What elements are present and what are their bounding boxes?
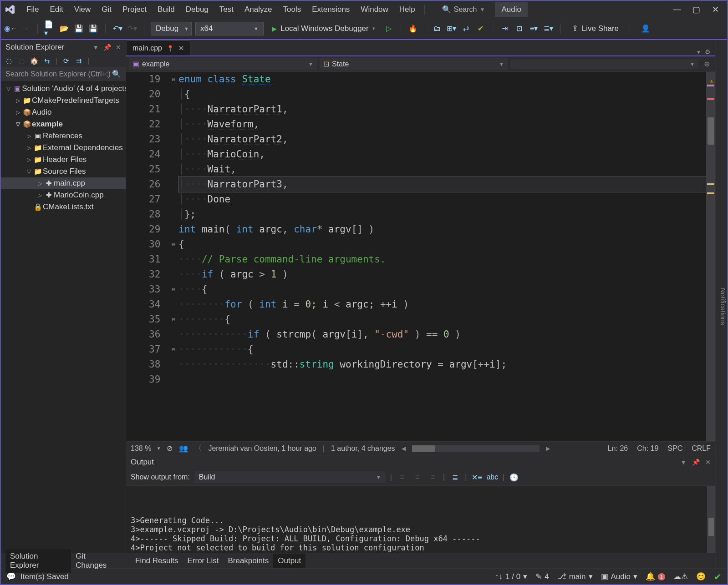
menu-file[interactable]: File xyxy=(21,3,44,16)
tree-item[interactable]: ▷✚main.cpp xyxy=(1,177,126,189)
tree-item[interactable]: ▷▣References xyxy=(1,130,126,142)
expander-icon[interactable]: ▷ xyxy=(25,133,33,139)
code-editor[interactable]: 1920212223242526272829303132333435363738… xyxy=(126,72,715,441)
indent-r-icon[interactable]: ≡ xyxy=(428,472,438,483)
nav-back-icon[interactable]: ◉← xyxy=(5,23,16,34)
comment-icon[interactable]: ≣▾ xyxy=(543,23,554,34)
editor-tab-main[interactable]: main.cpp 📍 ✕ xyxy=(127,40,190,55)
enc-label[interactable]: SPC xyxy=(667,444,682,453)
home-icon[interactable]: 🏠 xyxy=(30,57,38,65)
bottom-tab[interactable]: Output xyxy=(273,554,305,568)
member-combo[interactable]: ⊡State▼ xyxy=(320,58,508,70)
indent-l-icon[interactable]: ≡ xyxy=(397,472,407,483)
function-combo[interactable]: ▼ xyxy=(510,60,698,69)
pin-icon[interactable]: 📌 xyxy=(692,459,700,466)
build-ok-icon[interactable]: ✔ xyxy=(714,571,722,582)
bottom-tab[interactable]: Find Results xyxy=(131,554,183,568)
tree-item[interactable]: ▷📦Audio xyxy=(1,106,126,118)
menu-debug[interactable]: Debug xyxy=(180,3,214,16)
menu-test[interactable]: Test xyxy=(214,3,239,16)
expander-icon[interactable]: ▷ xyxy=(14,97,22,104)
save-all-icon[interactable]: 💾 xyxy=(88,23,99,34)
dropdown-icon[interactable]: ▾ xyxy=(697,48,700,55)
live-share-button[interactable]: ⇪ Live Share xyxy=(567,22,623,35)
vertical-scrollbar[interactable]: ⚠ xyxy=(706,72,715,441)
indent-icon[interactable]: ≡▾ xyxy=(529,23,540,34)
new-item-icon[interactable]: 📄▾ xyxy=(44,23,55,34)
config-select[interactable]: Debug▼ xyxy=(151,22,192,35)
bottom-tab[interactable]: Solution Explorer xyxy=(5,549,71,573)
dropdown-icon[interactable]: ▼ xyxy=(92,44,99,51)
refresh-icon[interactable]: ⟳ xyxy=(62,57,70,65)
menu-project[interactable]: Project xyxy=(117,3,152,16)
author-label[interactable]: Jeremiah van Oosten, 1 hour ago xyxy=(208,444,316,453)
tree-item[interactable]: ▽📁Source Files xyxy=(1,166,126,177)
hnext-icon[interactable]: ▶ xyxy=(546,445,550,452)
bottom-tab[interactable]: Error List xyxy=(183,554,223,568)
menu-git[interactable]: Git xyxy=(96,3,117,16)
redo-icon[interactable]: ↷▾ xyxy=(127,23,137,34)
menu-extensions[interactable]: Extensions xyxy=(306,3,355,16)
check-icon[interactable]: ✔ xyxy=(475,23,486,34)
menu-analyze[interactable]: Analyze xyxy=(239,3,277,16)
hot-reload-icon[interactable]: 🔥 xyxy=(407,23,418,34)
expander-icon[interactable]: ▷ xyxy=(25,156,33,163)
back-icon[interactable]: ◌ xyxy=(5,57,13,65)
menu-tools[interactable]: Tools xyxy=(278,3,307,16)
vertical-scrollbar[interactable] xyxy=(707,486,715,560)
solution-tree[interactable]: ▽ ▣ Solution 'Audio' (4 of 4 projects) ▷… xyxy=(1,81,126,560)
sync-icon[interactable]: ⇄ xyxy=(461,23,472,34)
word-wrap-icon[interactable]: abc xyxy=(487,472,498,483)
dropdown-icon[interactable]: ▼ xyxy=(680,459,687,466)
branch-status[interactable]: ⎇ main ▾ xyxy=(557,572,593,581)
authors-label[interactable]: 1 author, 4 changes xyxy=(331,444,395,453)
h-scroll[interactable] xyxy=(412,445,540,452)
menu-edit[interactable]: Edit xyxy=(44,3,68,16)
browse-icon[interactable]: 🗂 xyxy=(432,23,443,34)
expander-icon[interactable]: ▷ xyxy=(25,145,33,151)
step-into-icon[interactable]: ⇥ xyxy=(499,23,510,34)
zoom-chev-icon[interactable]: ▾ xyxy=(158,445,160,451)
hprev-icon[interactable]: ◀ xyxy=(402,445,406,452)
step-over-icon[interactable]: ⊡ xyxy=(514,23,525,34)
output-source-select[interactable]: Build▼ xyxy=(194,471,386,483)
col-label[interactable]: Ch: 19 xyxy=(637,444,658,453)
cloud-status[interactable]: ☁⚠ xyxy=(673,572,688,581)
expander-icon[interactable]: ▷ xyxy=(14,109,22,116)
save-icon[interactable]: 💾 xyxy=(73,23,84,34)
menu-window[interactable]: Window xyxy=(355,3,393,16)
menu-view[interactable]: View xyxy=(69,3,97,16)
pin-icon[interactable]: 📍 xyxy=(167,45,174,52)
tree-item[interactable]: 🔒CMakeLists.txt xyxy=(1,201,126,213)
search-solution-input[interactable]: Search Solution Explorer (Ctrl+;) 🔍 xyxy=(1,67,126,81)
bottom-tab[interactable]: Breakpoints xyxy=(223,554,273,568)
indent-c-icon[interactable]: ≡ xyxy=(412,472,423,483)
start-debug-button[interactable]: ▶ Local Windows Debugger ▾ xyxy=(267,22,380,35)
close-button[interactable]: ✕ xyxy=(711,5,720,15)
users-icon[interactable]: 👥 xyxy=(179,444,188,453)
menu-build[interactable]: Build xyxy=(152,3,180,16)
expander-icon[interactable]: ▽ xyxy=(14,121,22,127)
fold-gutter[interactable]: ⊟⊟⊟⊟⊟ xyxy=(168,72,178,441)
sync-tree-icon[interactable]: ⇆ xyxy=(43,57,51,65)
output-body[interactable]: 3>Generating Code...3>example.vcxproj ->… xyxy=(126,486,715,560)
tree-item[interactable]: ▷📁CMakePredefinedTargets xyxy=(1,95,126,106)
close-icon[interactable]: ✕ xyxy=(705,459,711,466)
expander-icon[interactable]: ▷ xyxy=(36,192,44,198)
pin-icon[interactable]: 📌 xyxy=(103,44,111,51)
expander-icon[interactable]: ▽ xyxy=(5,86,12,92)
split-icon[interactable]: ⊕ xyxy=(701,60,713,68)
gear-icon[interactable]: ⚙ xyxy=(705,48,711,55)
scope-combo[interactable]: ▣example▼ xyxy=(129,58,317,70)
tree-item[interactable]: ▽📦example xyxy=(1,118,126,130)
bottom-tab[interactable]: Git Changes xyxy=(71,549,122,573)
expander-icon[interactable]: ▷ xyxy=(36,180,44,187)
play-nodbg-icon[interactable]: ▷ xyxy=(383,23,394,34)
account-icon[interactable]: 👤 xyxy=(640,23,651,34)
collapse-icon[interactable]: ⇉ xyxy=(75,57,83,65)
search-box[interactable]: 🔍 Search ▼ xyxy=(438,3,490,15)
tree-item[interactable]: ▷📁External Dependencies xyxy=(1,142,126,154)
line-label[interactable]: Ln: 26 xyxy=(608,444,628,453)
notifications-rail[interactable]: Notifications xyxy=(715,40,727,569)
maximize-button[interactable]: ▢ xyxy=(692,5,701,15)
